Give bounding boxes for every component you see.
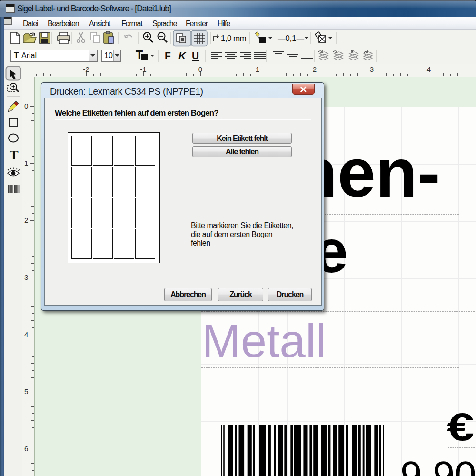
svg-text:F: F [165,50,171,61]
svg-text:1,0 mm: 1,0 mm [221,34,247,43]
svg-text:K: K [178,50,187,61]
svg-text:U: U [192,50,199,61]
svg-text:—0,1—: —0,1— [278,34,304,42]
svg-text:T: T [10,148,19,162]
